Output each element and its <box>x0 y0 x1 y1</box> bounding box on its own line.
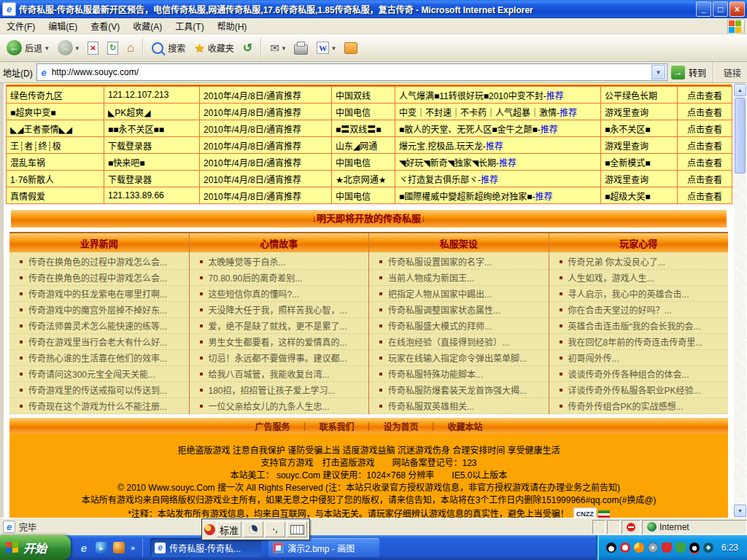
server-ip[interactable]: ◣PK超爽◢ <box>104 104 200 120</box>
quick-media-player-icon[interactable] <box>96 542 107 553</box>
restore-button[interactable]: □ <box>713 1 728 17</box>
article-link[interactable]: 男生女生都要看，这样的爱情真的... <box>190 334 369 350</box>
server-name[interactable]: ◣◢王者豪情◣◢ <box>7 120 104 137</box>
server-ip[interactable]: 下载登录器 <box>104 171 200 187</box>
article-link[interactable]: 传奇私服设置国家的名字... <box>369 254 549 270</box>
tray-pie-icon[interactable] <box>634 542 644 553</box>
taskbar-clock[interactable]: 6:23 <box>721 542 738 553</box>
article-link[interactable]: 传奇现在这个游戏为什么不能注册... <box>9 398 189 414</box>
menu-item[interactable]: 收藏(A) <box>126 20 169 32</box>
address-field[interactable]: ▼ <box>36 63 667 81</box>
section-title-setup[interactable]: 私服架设 <box>368 233 549 252</box>
footer-nav-link[interactable]: 广告服务 <box>255 420 290 432</box>
footer-nav-link[interactable]: 联系我们 <box>290 420 354 432</box>
article-link[interactable]: 传奇私服调整国家状态属性... <box>369 302 549 318</box>
menu-item[interactable]: 编辑(E) <box>42 20 84 32</box>
article-link[interactable]: 传奇在换角色的过程中游戏怎么会... <box>9 254 189 270</box>
article-link[interactable]: 传奇私服双英雄相关... <box>369 398 549 414</box>
tray-green-shield-icon[interactable] <box>676 542 686 553</box>
mail-dropdown-icon[interactable]: ▾ <box>282 44 286 52</box>
article-link[interactable]: 传奇私服盛大模式的拜师... <box>369 318 549 334</box>
article-link[interactable]: 谈谈传奇外传各种组合的体会... <box>549 366 729 382</box>
recommend-link[interactable]: 推荐 <box>499 158 516 168</box>
article-link[interactable]: 切忌！永远都不要做得事。建议都... <box>190 350 369 366</box>
stop-button[interactable] <box>84 36 102 60</box>
recommend-link[interactable]: 推荐 <box>535 192 553 202</box>
messenger-button[interactable] <box>341 36 361 60</box>
task-button-paint[interactable]: 演示2.bmp - 画图 <box>268 538 379 557</box>
article-link[interactable]: 传奇游戏中的狂龙紫电在哪里打啊... <box>9 286 189 302</box>
article-link[interactable]: 传奇请问这300元宝全闯天关能... <box>9 366 189 382</box>
article-link[interactable]: 传奇法师兽灵术怎么能快速的练等... <box>9 318 189 334</box>
forward-button[interactable]: ▾ <box>54 36 83 60</box>
menu-item[interactable]: 工具(T) <box>169 20 210 32</box>
article-link[interactable]: 在线泡经验（直接得到经验）... <box>369 334 549 350</box>
vertical-scrollbar[interactable]: ▲ ▼ <box>734 83 746 518</box>
task-button-ie[interactable]: 传奇私服-传奇私... <box>150 538 261 557</box>
view-link[interactable]: 点击查看 <box>678 154 732 171</box>
minimize-button[interactable]: _ <box>696 1 711 17</box>
search-button[interactable]: 搜索 <box>148 36 189 60</box>
article-link[interactable]: 70.80.90后的离奇差别... <box>190 270 369 286</box>
ime-punctuation-button[interactable] <box>265 521 285 537</box>
article-link[interactable]: 180招，招招管让孩子爱上学习... <box>190 382 369 398</box>
address-dropdown-icon[interactable]: ▼ <box>651 65 665 79</box>
tray-red-shield-icon[interactable] <box>662 542 672 553</box>
article-link[interactable]: 传奇私服防爆套装天龙首饰强大揭... <box>369 382 549 398</box>
menu-item[interactable]: 查看(V) <box>84 20 126 32</box>
scroll-thumb[interactable] <box>735 98 746 174</box>
refresh-button[interactable] <box>104 36 122 60</box>
view-link[interactable]: 点击查看 <box>678 187 732 204</box>
back-button[interactable]: 后退 ▾ <box>3 36 53 60</box>
history-button[interactable] <box>239 36 256 60</box>
article-link[interactable]: 传奇兄弟 你太没良心了... <box>549 254 729 270</box>
back-dropdown-icon[interactable]: ▾ <box>45 44 49 52</box>
article-link[interactable]: 人生如戏，游戏人生... <box>549 270 729 286</box>
footer-nav-link[interactable]: 设为首页 <box>354 420 418 432</box>
close-button[interactable]: × <box>729 1 745 17</box>
go-icon[interactable] <box>671 66 685 79</box>
section-title-tips[interactable]: 玩家心得 <box>549 233 729 252</box>
mail-button[interactable]: ▾ <box>266 36 289 60</box>
tray-disc-icon[interactable] <box>648 542 658 553</box>
ime-mode-button[interactable]: 标准 <box>217 521 241 537</box>
article-link[interactable]: 传奇外传组合PK的实战感想... <box>549 398 729 414</box>
server-ip[interactable]: 下载登录器 <box>104 137 200 154</box>
recommend-link[interactable]: 推荐 <box>541 125 558 135</box>
edit-dropdown-icon[interactable]: ▾ <box>332 44 336 52</box>
recommend-link[interactable]: 推荐 <box>481 175 498 185</box>
article-link[interactable]: 初哥闯外传... <box>549 350 729 366</box>
view-link[interactable]: 点击查看 <box>678 137 732 154</box>
menu-item[interactable]: 帮助(H) <box>211 20 254 32</box>
tomorrow-banner[interactable]: ↓明天即将开放的传奇私服↓ <box>11 210 727 228</box>
tray-qq2-icon[interactable] <box>689 542 700 553</box>
home-button[interactable] <box>123 36 138 60</box>
tray-qq-icon[interactable] <box>606 542 616 553</box>
ime-softkeyboard-button[interactable] <box>287 521 307 537</box>
go-label[interactable]: 转到 <box>689 66 706 79</box>
article-link[interactable]: 你在合击天堂过的好吗？... <box>549 302 729 318</box>
tray-camera-icon[interactable] <box>703 542 713 553</box>
server-ip[interactable]: 121.12.107.213 <box>104 87 200 104</box>
server-ip[interactable]: ■快来吧■ <box>104 154 200 171</box>
article-link[interactable]: 详谈传奇外传私服各职业PK经验... <box>549 382 729 398</box>
menu-item[interactable]: 文件(F) <box>0 20 42 32</box>
article-link[interactable]: 英雄合击连击版“我的会长我的会... <box>549 318 729 334</box>
article-link[interactable]: 把指定人物从国家中踢出... <box>369 286 549 302</box>
server-name[interactable]: 真情假爱 <box>7 187 104 204</box>
article-link[interactable]: 当前人物成为新国王... <box>369 270 549 286</box>
article-link[interactable]: 玩家在线输入指定命令弹出菜单脚... <box>369 350 549 366</box>
article-link[interactable]: 太晚睡觉等于自杀... <box>190 254 369 270</box>
server-name[interactable]: 王┊者┊终┊极 <box>7 137 104 154</box>
tray-dialer-icon[interactable] <box>620 542 630 553</box>
recommend-link[interactable]: 推荐 <box>546 91 564 101</box>
edit-word-button[interactable]: ▾ <box>313 36 339 60</box>
ime-fullhalf-button[interactable] <box>243 521 263 537</box>
server-name[interactable]: ■超爽中变■ <box>7 104 104 120</box>
article-link[interactable]: 给我八百城管，我能收复台湾... <box>190 366 369 382</box>
cnzz-badge[interactable]: CNZZ <box>573 508 610 518</box>
start-button[interactable]: 开始 <box>0 535 71 560</box>
server-name[interactable]: 混乱车祸 <box>7 154 104 171</box>
ime-logo-icon[interactable] <box>204 524 215 535</box>
article-link[interactable]: 传奇私服特殊功能脚本... <box>369 366 549 382</box>
